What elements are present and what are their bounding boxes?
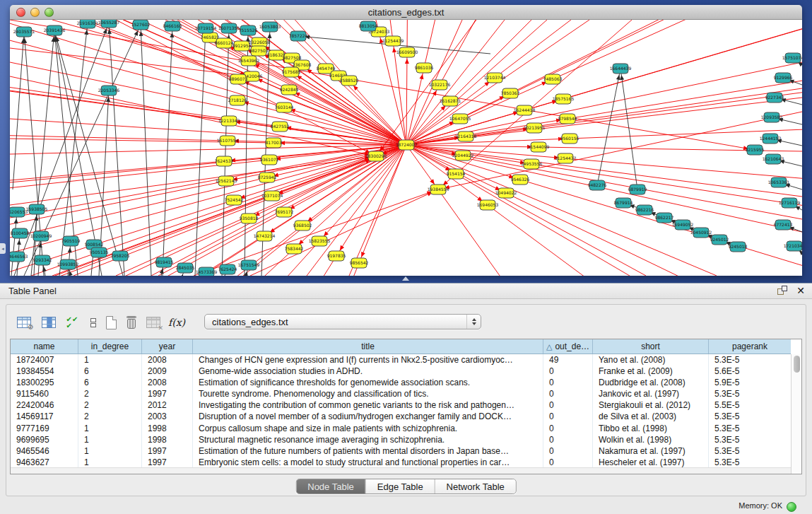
- graph-node[interactable]: 15938505: [26, 204, 48, 214]
- graph-node[interactable]: 9862217: [655, 213, 674, 223]
- table-row[interactable]: 1456911722003Disruption of a novel membe…: [11, 411, 791, 422]
- graph-node[interactable]: 24035571: [13, 27, 35, 37]
- graph-node[interactable]: 15823555: [309, 236, 331, 246]
- graph-node[interactable]: 6772413: [774, 220, 793, 230]
- graph-node[interactable]: 2845035: [176, 263, 195, 273]
- graph-node[interactable]: 7625424: [218, 264, 237, 274]
- graph-node[interactable]: 10719154: [195, 23, 217, 33]
- graph-node[interactable]: 7850367: [501, 88, 520, 98]
- new-table-button[interactable]: [102, 313, 120, 332]
- tab-network-table[interactable]: Network Table: [435, 479, 516, 493]
- graph-node[interactable]: 12213343: [218, 116, 240, 126]
- delete-table-button[interactable]: ✕: [144, 313, 163, 332]
- graph-node[interactable]: 11254437: [555, 153, 577, 163]
- network-canvas[interactable]: 1872400718300295193845547465822866012489…: [10, 20, 802, 276]
- column-header-name[interactable]: name: [11, 339, 78, 354]
- column-header-title[interactable]: title: [193, 339, 543, 354]
- graph-node[interactable]: 7857224: [289, 31, 308, 41]
- graph-node[interactable]: 16053803: [259, 22, 281, 32]
- graph-node[interactable]: 16107554: [217, 136, 239, 146]
- scrollbar-thumb[interactable]: [794, 356, 800, 373]
- graph-node[interactable]: 9197835: [327, 251, 346, 261]
- graph-node[interactable]: 26206553: [10, 207, 28, 217]
- graph-node[interactable]: 8660124: [215, 38, 234, 48]
- graph-node[interactable]: 7583442: [285, 244, 304, 254]
- graph-node[interactable]: 7485063: [543, 74, 563, 84]
- graph-node[interactable]: 9856542: [350, 258, 369, 268]
- table-row[interactable]: 1830029562008Estimation of significance …: [11, 377, 791, 388]
- graph-node[interactable]: 10322176: [429, 80, 451, 90]
- close-window-button[interactable]: [16, 8, 25, 17]
- float-panel-icon[interactable]: [777, 286, 788, 296]
- graph-node[interactable]: 11544099: [528, 142, 550, 152]
- graph-node[interactable]: 19384554: [428, 185, 449, 194]
- graph-node[interactable]: 16751549: [238, 260, 260, 270]
- graph-node[interactable]: 9482276: [588, 180, 607, 190]
- select-all-columns-button[interactable]: ✔✔✔: [63, 313, 81, 332]
- graph-node[interactable]: 9505135: [90, 247, 109, 257]
- network-window-titlebar[interactable]: citations_edges.txt: [10, 5, 802, 20]
- graph-node[interactable]: 16644439: [610, 64, 632, 74]
- graph-node[interactable]: 8427552: [271, 122, 290, 132]
- graph-node[interactable]: 11254439: [382, 36, 404, 46]
- graph-node[interactable]: 7624537: [215, 156, 234, 166]
- tab-node-table[interactable]: Node Table: [296, 479, 366, 493]
- graph-node[interactable]: 14646563: [10, 252, 28, 262]
- graph-node[interactable]: 10200949: [30, 231, 52, 241]
- graph-node[interactable]: 16949052: [672, 220, 694, 230]
- vertical-scrollbar[interactable]: [791, 354, 801, 474]
- graph-node[interactable]: 9227343: [765, 93, 784, 103]
- graph-node[interactable]: 9245012: [710, 235, 729, 245]
- graph-node[interactable]: 7515526: [239, 25, 258, 35]
- graph-node[interactable]: 10653361: [768, 177, 790, 187]
- table-row[interactable]: 946554611997Estimation of the future num…: [11, 445, 791, 457]
- graph-node[interactable]: 9293342: [33, 255, 52, 265]
- table-row[interactable]: 946362711997Embryonic stem cells: a mode…: [11, 457, 791, 468]
- graph-node[interactable]: 9861036: [415, 63, 434, 73]
- table-row[interactable]: 911546021997Tourette syndrome. Phenomeno…: [11, 388, 791, 399]
- graph-node[interactable]: 15751074: [782, 53, 802, 63]
- horizontal-scrollbar[interactable]: [11, 467, 791, 474]
- graph-node[interactable]: 16071355: [218, 23, 240, 33]
- graph-node[interactable]: 8896073: [229, 74, 248, 84]
- graph-node[interactable]: 18575165: [553, 94, 575, 104]
- graph-node[interactable]: 12444153: [760, 134, 782, 144]
- graph-node[interactable]: 14743214: [254, 231, 276, 241]
- minimize-window-button[interactable]: [30, 8, 40, 17]
- graph-node[interactable]: 12716119: [779, 198, 801, 208]
- graph-node[interactable]: 817003: [266, 138, 282, 148]
- table-selector-dropdown[interactable]: citations_edges.txt: [204, 314, 481, 329]
- graph-node[interactable]: 10647055: [449, 114, 471, 124]
- column-header-pagerank[interactable]: pagerank: [709, 339, 791, 354]
- graph-node[interactable]: 2588520: [340, 76, 359, 86]
- graph-node[interactable]: 16210643: [763, 154, 784, 164]
- graph-node[interactable]: 16609500: [396, 47, 418, 57]
- table-row[interactable]: 977716911998Corpus callosum shape and si…: [11, 423, 791, 434]
- zoom-window-button[interactable]: [45, 8, 54, 17]
- graph-node[interactable]: 7524542: [225, 195, 244, 205]
- splitter-expand-icon[interactable]: [402, 276, 409, 281]
- table-row[interactable]: 2242004622012Investigating the contribut…: [11, 399, 791, 411]
- graph-node[interactable]: 18724007: [396, 140, 418, 150]
- graph-node[interactable]: 8798544: [558, 114, 577, 124]
- table-row[interactable]: 969969511998Structural magnetic resonanc…: [11, 434, 791, 445]
- table-row[interactable]: 1872400712008Changes of HCN gene express…: [11, 354, 791, 366]
- graph-node[interactable]: 7905519: [61, 236, 81, 246]
- graph-node[interactable]: 7958205: [111, 251, 130, 261]
- graph-node[interactable]: 10655287: [98, 20, 120, 28]
- graph-node[interactable]: 8679914: [614, 198, 633, 208]
- column-header-in_degree[interactable]: in_degree: [78, 339, 142, 354]
- graph-node[interactable]: 16543962: [238, 56, 260, 66]
- graph-node[interactable]: 9242845: [280, 85, 299, 95]
- table-row[interactable]: 1938455462009Genome-wide association stu…: [11, 366, 791, 377]
- graph-node[interactable]: 8100458: [11, 228, 30, 238]
- graph-node[interactable]: 9368502: [293, 221, 312, 230]
- graph-node[interactable]: 10213951: [524, 123, 546, 133]
- graph-node[interactable]: 10371074: [261, 191, 283, 201]
- table-settings-button[interactable]: ⚙: [15, 313, 33, 332]
- graph-node[interactable]: 8813054: [359, 21, 378, 31]
- graph-node[interactable]: 10450912: [690, 228, 712, 238]
- graph-node[interactable]: 9862216: [635, 205, 654, 215]
- unselect-all-columns-button[interactable]: [84, 313, 102, 332]
- graph-node[interactable]: 9175685: [282, 67, 301, 77]
